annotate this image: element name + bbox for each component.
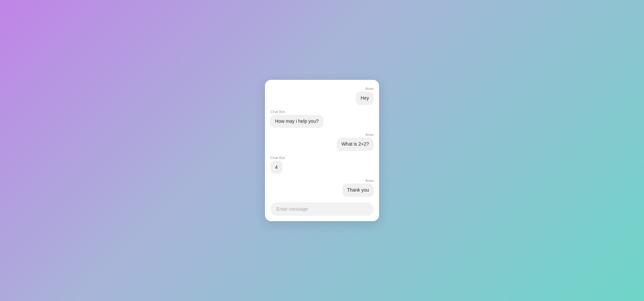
message-bubble-5: Thank you	[342, 184, 374, 197]
sender-name-1: Anav	[365, 87, 374, 91]
messages-area: Anav Hey Chat Bot How may i help you? An…	[270, 87, 374, 197]
message-group-5: Anav Thank you	[270, 179, 374, 197]
message-bubble-1: Hey	[356, 92, 374, 105]
message-bubble-2: How may i help you?	[270, 115, 323, 128]
message-bubble-4: 4	[270, 161, 282, 174]
sender-name-5: Anav	[365, 179, 374, 183]
chat-window: Anav Hey Chat Bot How may i help you? An…	[265, 80, 379, 221]
sender-name-3: Anav	[365, 133, 374, 137]
sender-name-4: Chat Bot	[270, 156, 285, 160]
message-input[interactable]	[270, 202, 374, 216]
message-group-3: Anav What is 2+2?	[270, 133, 374, 151]
message-group-4: Chat Bot 4	[270, 156, 374, 174]
message-group-2: Chat Bot How may i help you?	[270, 110, 374, 128]
message-bubble-3: What is 2+2?	[337, 138, 374, 151]
sender-name-2: Chat Bot	[270, 110, 285, 114]
message-group-1: Anav Hey	[270, 87, 374, 105]
